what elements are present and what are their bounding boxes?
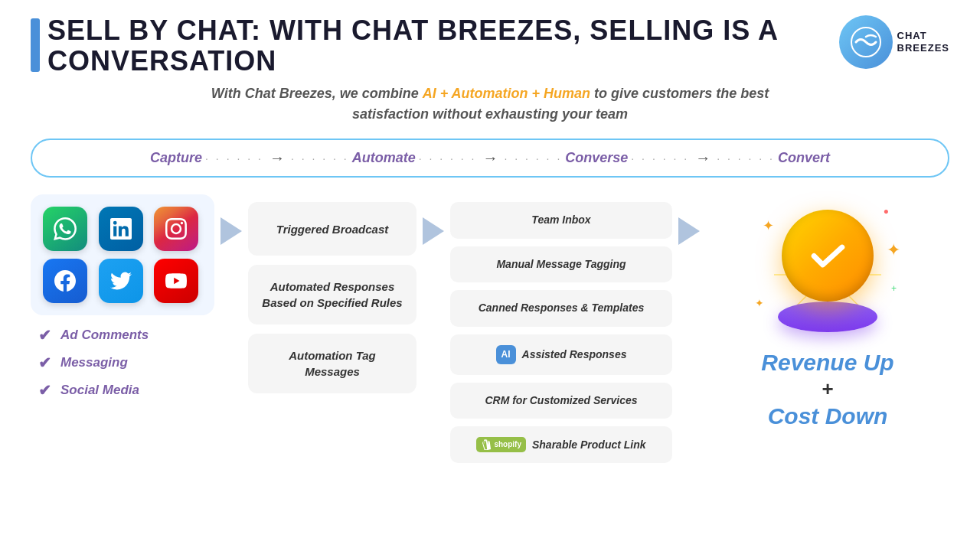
- revenue-line1: Revenue Up: [761, 350, 893, 375]
- canned-responses-label: Canned Responses & Templates: [479, 301, 645, 316]
- linkedin-icon: [99, 207, 143, 251]
- medal-coin: [782, 210, 874, 302]
- check-item-social-media: ✔ Social Media: [38, 381, 214, 399]
- check-label-social-media: Social Media: [60, 383, 139, 398]
- flow-dots-4: · · · · · ·: [504, 152, 562, 165]
- check-label-ad-comments: Ad Comments: [60, 328, 149, 343]
- revenue-separator: +: [822, 377, 833, 401]
- capture-column: ✔ Ad Comments ✔ Messaging ✔ Social Media: [31, 194, 214, 399]
- shopify-product-label: Sharable Product Link: [532, 438, 646, 453]
- convert-column: ✦ ● ✦ ✦ +: [706, 194, 949, 431]
- arrow-icon-1: [220, 217, 242, 245]
- team-inbox-label: Team Inbox: [531, 213, 590, 228]
- cost-down: Cost Down: [768, 401, 888, 431]
- flow-dots-5: · · · · · ·: [631, 152, 689, 165]
- arrow-connector-3: [672, 194, 706, 245]
- flow-automate: Automate: [352, 150, 416, 166]
- flow-arrow-2: →: [482, 149, 498, 167]
- arrow-icon-3: [678, 217, 700, 245]
- automation-tag-box: Automation Tag Messages: [248, 334, 416, 393]
- flow-convert: Convert: [778, 150, 830, 166]
- check-item-ad-comments: ✔ Ad Comments: [38, 326, 214, 344]
- deco-star-3: ✦: [755, 297, 764, 309]
- canned-responses-box: Canned Responses & Templates: [450, 290, 672, 327]
- check-icon-3: ✔: [38, 381, 51, 399]
- crm-label: CRM for Customized Services: [485, 393, 637, 409]
- deco-plus: +: [891, 283, 897, 294]
- manual-tagging-label: Manual Message Tagging: [496, 257, 626, 272]
- blue-accent-bar: [31, 18, 40, 72]
- flow-capture: Capture: [150, 150, 202, 166]
- logo-text: CHATBREEZES: [897, 30, 949, 54]
- flow-dots-2: · · · · · ·: [291, 152, 349, 165]
- arrow-connector-2: [416, 194, 450, 245]
- flow-dots-1: · · · · · ·: [205, 152, 263, 165]
- revenue-up: Revenue Up: [761, 347, 893, 377]
- subtitle-highlight: AI + Automation + Human: [423, 86, 590, 101]
- assisted-responses-label: Assisted Responses: [522, 347, 627, 363]
- social-grid: [31, 194, 214, 315]
- facebook-icon: [43, 259, 87, 303]
- twitter-icon: [99, 259, 143, 303]
- converse-column: Team Inbox Manual Message Tagging Canned…: [450, 194, 672, 463]
- checklist: ✔ Ad Comments ✔ Messaging ✔ Social Media: [31, 326, 214, 399]
- automate-column: Triggered Broadcast Automated Responses …: [248, 194, 416, 393]
- medal-illustration: ✦ ● ✦ ✦ +: [751, 202, 904, 340]
- whatsapp-icon: [43, 207, 87, 251]
- flow-dots-3: · · · · · ·: [419, 152, 477, 165]
- shopify-badge: shopify: [476, 437, 526, 452]
- header: SELL BY CHAT: WITH CHAT BREEZES, SELLING…: [31, 15, 949, 76]
- title-block: SELL BY CHAT: WITH CHAT BREEZES, SELLING…: [31, 15, 839, 76]
- assisted-responses-box: AI Assisted Responses: [450, 334, 672, 375]
- flow-bar: Capture · · · · · · → · · · · · · Automa…: [31, 139, 949, 178]
- triggered-broadcast-box: Triggered Broadcast: [248, 202, 416, 256]
- arrow-connector-1: [214, 194, 248, 245]
- check-label-messaging: Messaging: [60, 355, 128, 370]
- arrow-icon-2: [423, 217, 444, 245]
- youtube-icon: [154, 259, 198, 303]
- medal-base: [778, 302, 877, 332]
- automated-responses-box: Automated Responses Based on Specified R…: [248, 265, 416, 324]
- flow-converse: Converse: [565, 150, 628, 166]
- subtitle: With Chat Breezes, we combine AI + Autom…: [31, 83, 949, 125]
- cost-line2: Cost Down: [768, 403, 888, 429]
- main-title: SELL BY CHAT: WITH CHAT BREEZES, SELLING…: [47, 15, 839, 76]
- instagram-icon: [154, 207, 198, 251]
- subtitle-prefix: With Chat Breezes, we combine: [211, 86, 423, 101]
- page-container: SELL BY CHAT: WITH CHAT BREEZES, SELLING…: [0, 0, 980, 551]
- check-icon-2: ✔: [38, 354, 51, 372]
- logo-area: CHATBREEZES: [839, 15, 949, 69]
- crm-box: CRM for Customized Services: [450, 383, 672, 419]
- flow-arrow-1: →: [270, 149, 285, 167]
- logo-icon: [839, 15, 893, 69]
- team-inbox-box: Team Inbox: [450, 202, 672, 239]
- check-icon-1: ✔: [38, 326, 51, 344]
- shopify-box: shopify Sharable Product Link: [450, 426, 672, 463]
- flow-dots-6: · · · · · ·: [717, 152, 775, 165]
- check-item-messaging: ✔ Messaging: [38, 354, 214, 372]
- manual-tagging-box: Manual Message Tagging: [450, 246, 672, 283]
- main-content: ✔ Ad Comments ✔ Messaging ✔ Social Media…: [31, 194, 949, 463]
- flow-arrow-3: →: [695, 149, 710, 167]
- ai-badge: AI: [496, 345, 516, 364]
